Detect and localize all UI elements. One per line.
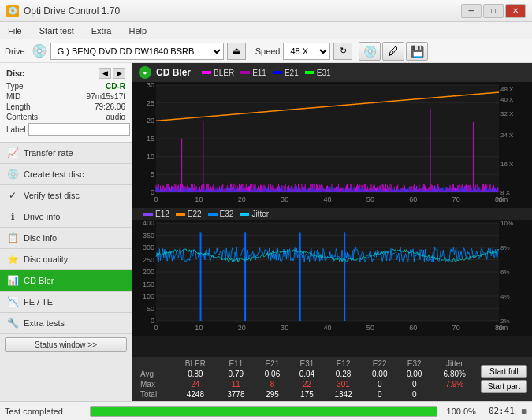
maximize-button[interactable]: □ <box>483 4 504 18</box>
legend-e12-label: E12 <box>155 210 169 218</box>
sidebar-item-extra-tests[interactable]: 🔧 Extra tests <box>0 313 132 334</box>
drive-icon: 💿 <box>32 43 47 58</box>
label-input[interactable] <box>28 123 130 136</box>
disc-panel-title: Disc <box>6 69 24 78</box>
transfer-rate-icon: 📈 <box>6 147 19 159</box>
stats-col-jitter: Jitter <box>432 359 478 369</box>
close-button[interactable]: ✕ <box>505 4 526 18</box>
legend-e22: E22 <box>176 210 202 218</box>
legend-e21: E21 <box>273 69 299 77</box>
stats-max-jitter: 7.9% <box>432 379 478 389</box>
label-key: Label <box>6 125 25 134</box>
stats-max-label: Max <box>137 379 174 389</box>
sidebar-label-drive-info: Drive info <box>24 212 60 221</box>
sidebar-label-extra-tests: Extra tests <box>24 318 65 328</box>
start-buttons: Start full Start part <box>481 359 527 400</box>
sidebar-item-disc-info[interactable]: 📋 Disc info <box>0 228 132 249</box>
contents-value: audio <box>106 113 125 121</box>
stats-total-jitter <box>432 389 478 400</box>
stats-col-e31: E31 <box>289 359 324 369</box>
menu-start-test[interactable]: Start test <box>35 24 79 37</box>
legend-jitter: Jitter <box>240 210 269 218</box>
legend-bler-label: BLER <box>214 69 234 77</box>
eject-button[interactable]: ⏏ <box>227 43 246 60</box>
minimize-button[interactable]: ─ <box>461 4 482 18</box>
length-value: 79:26.06 <box>95 102 125 111</box>
sidebar-label-transfer-rate: Transfer rate <box>24 148 73 158</box>
type-key: Type <box>6 82 24 91</box>
stats-max-bler: 24 <box>174 379 218 389</box>
disc-arrows: ◀ ▶ <box>99 68 125 79</box>
sidebar-item-drive-info[interactable]: ℹ Drive info <box>0 206 132 228</box>
refresh-button[interactable]: ↻ <box>333 43 352 60</box>
chart-header: ● CD Bler BLER E11 E21 E31 <box>132 63 532 82</box>
stats-max-e31: 22 <box>289 379 324 389</box>
sidebar-item-disc-quality[interactable]: ⭐ Disc quality <box>0 249 132 270</box>
speed-select[interactable]: 48 X <box>283 43 330 60</box>
stats-avg-e22: 0.00 <box>363 369 397 379</box>
stats-total-e21: 295 <box>255 389 290 400</box>
save-button[interactable]: 💾 <box>406 42 428 61</box>
cd-bler-icon: 📊 <box>6 274 19 287</box>
menu-help[interactable]: Help <box>124 24 151 37</box>
drive-select[interactable]: G:) BENQ DVD DD DW1640 BSRB <box>50 43 224 60</box>
status-indicator-icon: ◼ <box>521 407 527 415</box>
mid-value: 97m15s17f <box>87 92 125 101</box>
drive-label: Drive <box>5 46 25 56</box>
legend-e11-label: E11 <box>252 69 266 77</box>
stats-col-e32: E32 <box>397 359 432 369</box>
stats-total-e11: 3778 <box>217 389 255 400</box>
create-test-disc-icon: 💿 <box>6 168 19 180</box>
stats-col-bler: BLER <box>174 359 218 369</box>
stats-row-max: Max 24 11 8 22 301 0 0 7.9% <box>137 379 478 389</box>
progress-bar <box>90 406 437 417</box>
sidebar-label-disc-info: Disc info <box>24 233 57 243</box>
stats-total-e12: 1342 <box>324 389 362 400</box>
legend-jitter-label: Jitter <box>251 210 269 218</box>
drive-bar: Drive 💿 G:) BENQ DVD DD DW1640 BSRB ⏏ Sp… <box>0 39 532 63</box>
legend-e32: E32 <box>208 210 234 218</box>
sidebar-item-transfer-rate[interactable]: 📈 Transfer rate <box>0 143 132 164</box>
stats-col-e11: E11 <box>217 359 255 369</box>
stats-avg-e32: 0.00 <box>397 369 432 379</box>
nav-items: 📈 Transfer rate 💿 Create test disc ✓ Ver… <box>0 143 132 334</box>
disc-next[interactable]: ▶ <box>113 68 125 79</box>
stats-avg-e31: 0.04 <box>289 369 324 379</box>
progress-bar-fill <box>91 407 437 416</box>
sidebar-item-cd-bler[interactable]: 📊 CD Bler <box>0 270 132 292</box>
menu-file[interactable]: File <box>3 24 27 37</box>
menu-extra[interactable]: Extra <box>87 24 117 37</box>
app-icon: 💿 <box>6 5 19 17</box>
start-part-button[interactable]: Start part <box>481 380 527 393</box>
sidebar-label-create-test-disc: Create test disc <box>24 169 84 179</box>
stats-max-e21: 8 <box>255 379 290 389</box>
speed-label: Speed <box>255 46 281 56</box>
stats-area: BLER E11 E21 E31 E12 E22 E32 Jitter Avg <box>132 357 532 401</box>
disc-prev[interactable]: ◀ <box>99 68 111 79</box>
verify-test-disc-icon: ✓ <box>6 189 19 202</box>
legend-e21-label: E21 <box>285 69 299 77</box>
status-window-button[interactable]: Status window >> <box>5 337 127 352</box>
sidebar-item-create-test-disc[interactable]: 💿 Create test disc <box>0 164 132 185</box>
legend-e12: E12 <box>143 210 169 218</box>
charts-area: E12 E22 E32 Jitter <box>132 82 532 357</box>
legend-e31-label: E31 <box>317 69 331 77</box>
stats-total-e31: 175 <box>289 389 324 400</box>
disc-button[interactable]: 💿 <box>359 42 381 61</box>
status-text: Test completed <box>5 407 84 416</box>
stats-total-label: Total <box>137 389 174 400</box>
title-bar: 💿 Opti Drive Control 1.70 ─ □ ✕ <box>0 0 532 22</box>
start-full-button[interactable]: Start full <box>481 365 527 378</box>
stats-avg-label: Avg <box>137 369 174 379</box>
stats-max-e11: 11 <box>217 379 255 389</box>
contents-key: Contents <box>6 113 38 121</box>
stats-col-e21: E21 <box>255 359 290 369</box>
sidebar-label-disc-quality: Disc quality <box>24 255 68 264</box>
stats-avg-bler: 0.89 <box>174 369 218 379</box>
app-title: Opti Drive Control 1.70 <box>24 6 120 17</box>
settings-button[interactable]: 🖊 <box>382 42 404 61</box>
sidebar-item-fe-te[interactable]: 📉 FE / TE <box>0 292 132 313</box>
sidebar-item-verify-test-disc[interactable]: ✓ Verify test disc <box>0 185 132 206</box>
sidebar-label-cd-bler: CD Bler <box>24 276 54 285</box>
stats-max-e32: 0 <box>397 379 432 389</box>
